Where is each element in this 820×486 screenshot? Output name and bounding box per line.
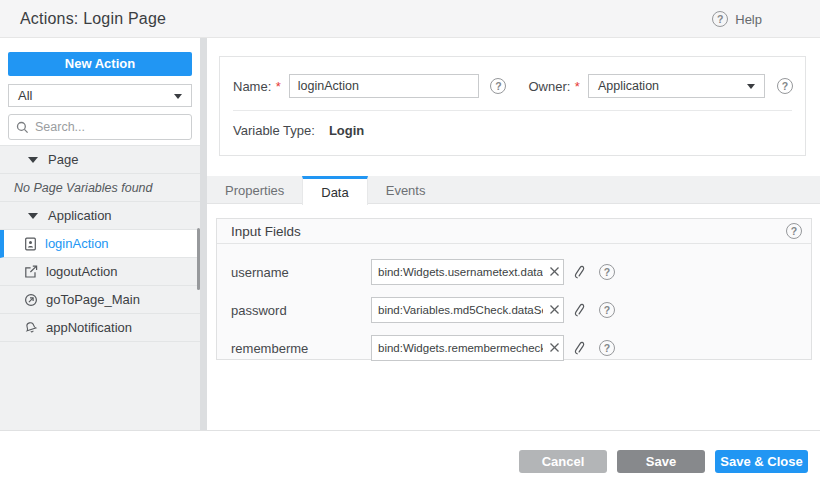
field-help-icon[interactable] [599,264,615,280]
save-and-close-button[interactable]: Save & Close [715,450,808,473]
tree-item-label: loginAction [45,236,109,251]
tree-group-page[interactable]: Page [0,146,200,174]
variable-type-label: Variable Type: [233,123,315,138]
owner-help-icon[interactable] [777,78,793,94]
field-label: password [231,303,287,318]
tree-item-logoutaction[interactable]: logoutAction [0,258,200,286]
input-fields-help-icon[interactable] [786,223,802,239]
filter-dropdown[interactable]: All [8,84,192,107]
tree-empty-message: No Page Variables found [0,174,200,202]
caret-down-icon [174,94,182,99]
actions-sidebar: New Action All Page No Page Variables fo… [0,38,200,430]
navigate-icon [24,293,38,307]
top-bar: Actions: Login Page Help [0,0,820,38]
new-action-button[interactable]: New Action [8,52,192,76]
tree-item-label: goToPage_Main [46,292,140,307]
clear-x-icon[interactable] [548,265,561,278]
username-bind-input[interactable] [371,259,564,285]
variable-form-panel: Name: * Owner: * Application Variable Ty… [219,56,806,156]
tree-item-loginaction[interactable]: loginAction [0,230,200,258]
tree-group-label: Application [48,208,112,223]
input-field-row-password: password [217,297,811,323]
rememberme-bind-input[interactable] [371,335,564,361]
required-marker: * [575,79,580,94]
bind-link-icon[interactable] [573,340,587,356]
owner-label: Owner: [528,79,570,94]
logout-icon [24,265,38,279]
search-icon [16,121,29,134]
required-marker: * [276,79,281,94]
sidebar-divider [200,38,207,430]
input-fields-header: Input Fields [217,219,811,244]
tree-item-label: logoutAction [46,264,118,279]
bind-link-icon[interactable] [573,264,587,280]
name-help-icon[interactable] [490,78,506,94]
tab-properties[interactable]: Properties [207,176,302,204]
clear-x-icon[interactable] [548,303,561,316]
page-title: Actions: Login Page [20,10,166,28]
bind-field [371,259,564,285]
name-label: Name: [233,79,271,94]
input-fields-panel: Input Fields username password [216,218,812,360]
variable-type-value: Login [329,123,364,138]
variables-tree: Page No Page Variables found Application… [0,145,200,430]
cancel-button[interactable]: Cancel [519,450,607,473]
help-icon [712,11,728,27]
field-help-icon[interactable] [599,340,615,356]
owner-value: Application [598,79,659,93]
notification-icon [24,321,38,335]
tree-item-appnotification[interactable]: appNotification [0,314,200,342]
tree-item-gotopage-main[interactable]: goToPage_Main [0,286,200,314]
clear-x-icon[interactable] [548,341,561,354]
filter-value: All [18,88,32,103]
bind-field [371,297,564,323]
password-bind-input[interactable] [371,297,564,323]
footer-bar: Cancel Save Save & Close [0,430,820,486]
caret-down-icon [747,84,755,89]
input-field-row-rememberme: rememberme [217,335,811,361]
owner-dropdown[interactable]: Application [588,74,765,98]
tab-events[interactable]: Events [368,176,444,204]
input-field-row-username: username [217,259,811,285]
tree-group-label: Page [48,152,78,167]
bind-field [371,335,564,361]
tab-bar: Properties Data Events [207,176,820,204]
tree-item-label: appNotification [46,320,132,335]
help-label: Help [735,12,762,27]
help-button[interactable]: Help [712,11,762,27]
bind-link-icon[interactable] [573,302,587,318]
tree-expand-caret-icon [28,213,38,219]
search-box [8,114,192,140]
field-label: rememberme [231,341,308,356]
name-input[interactable] [289,74,480,98]
main-content: Name: * Owner: * Application Variable Ty… [207,38,820,430]
form-divider [233,110,792,111]
tab-data[interactable]: Data [302,176,367,205]
field-help-icon[interactable] [599,302,615,318]
tree-expand-caret-icon [28,157,38,163]
input-fields-title: Input Fields [231,224,301,239]
tree-group-application[interactable]: Application [0,202,200,230]
search-input[interactable] [35,116,187,138]
field-label: username [231,265,289,280]
login-icon [24,237,37,251]
save-button[interactable]: Save [617,450,705,473]
